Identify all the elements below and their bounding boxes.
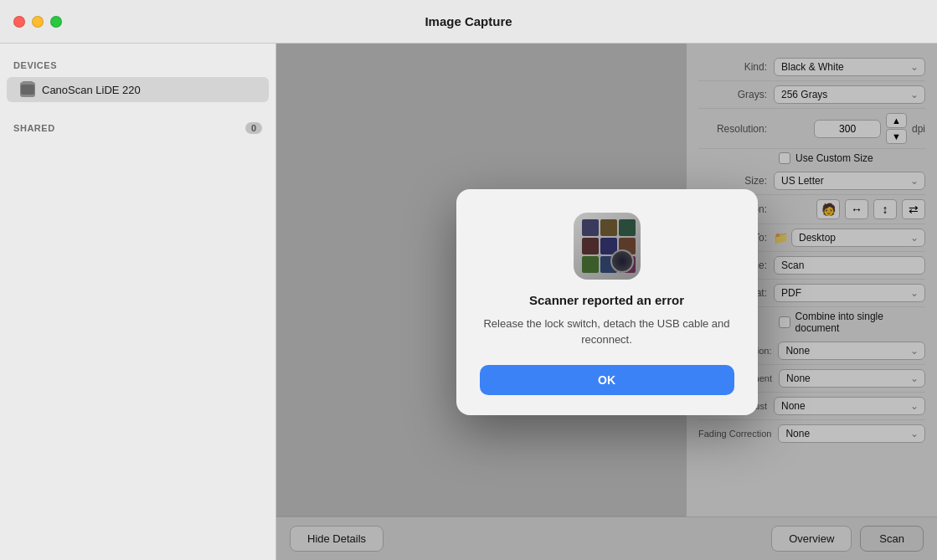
sidebar: DEVICES CanoScan LiDE 220 SHARED 0 [0, 44, 276, 560]
shared-header-row: SHARED 0 [0, 119, 275, 139]
app-title: Image Capture [425, 14, 512, 28]
maximize-button[interactable] [50, 16, 62, 28]
error-modal: Scanner reported an error Release the lo… [456, 189, 758, 415]
modal-title: Scanner reported an error [529, 293, 684, 307]
sidebar-item-scanner[interactable]: CanoScan LiDE 220 [7, 77, 269, 102]
title-bar: Image Capture [0, 0, 937, 44]
shared-section: SHARED 0 [0, 119, 275, 139]
shared-section-header: SHARED [13, 123, 55, 133]
modal-message: Release the lock switch, detach the USB … [480, 316, 734, 348]
main-layout: DEVICES CanoScan LiDE 220 SHARED 0 [0, 44, 937, 560]
app-icon [574, 213, 641, 280]
modal-ok-button[interactable]: OK [480, 365, 734, 395]
close-button[interactable] [13, 16, 25, 28]
scanner-icon [20, 82, 35, 97]
minimize-button[interactable] [32, 16, 44, 28]
modal-overlay: Scanner reported an error Release the lo… [276, 44, 937, 560]
shared-count-badge: 0 [245, 122, 262, 134]
device-name: CanoScan LiDE 220 [42, 84, 141, 96]
traffic-lights [13, 16, 62, 28]
devices-section-header: DEVICES [0, 57, 275, 75]
